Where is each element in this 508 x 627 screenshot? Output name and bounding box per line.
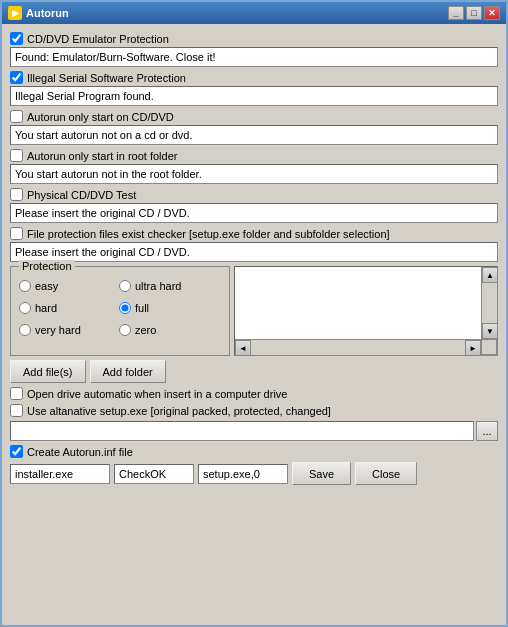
illegal-serial-label: Illegal Serial Software Protection xyxy=(27,72,186,84)
file-protection-checkbox[interactable] xyxy=(10,227,23,240)
open-drive-label: Open drive automatic when insert in a co… xyxy=(27,388,287,400)
protection-group: Protection easy ultra hard hard xyxy=(10,266,230,356)
radio-hard-label: hard xyxy=(35,302,57,314)
close-button[interactable]: Close xyxy=(355,462,417,485)
titlebar-buttons: _ □ ✕ xyxy=(448,6,500,20)
protection-grid: easy ultra hard hard full xyxy=(19,275,221,341)
add-buttons-row: Add file(s) Add folder xyxy=(10,360,498,383)
illegal-serial-section: Illegal Serial Software Protection xyxy=(10,71,498,106)
autorun-cd-section: Autorun only start on CD/DVD xyxy=(10,110,498,145)
physical-cd-checkbox[interactable] xyxy=(10,188,23,201)
radio-easy-input[interactable] xyxy=(19,280,31,292)
illegal-serial-text-field[interactable] xyxy=(10,86,498,106)
file-protection-checkbox-row: File protection files exist checker [set… xyxy=(10,227,498,240)
create-autorun-row: Create Autorun.inf file xyxy=(10,445,498,458)
content-area: CD/DVD Emulator Protection Illegal Seria… xyxy=(2,24,506,625)
window-icon: ▶ xyxy=(8,6,22,20)
main-window: ▶ Autorun _ □ ✕ CD/DVD Emulator Protecti… xyxy=(0,0,508,627)
add-folder-button[interactable]: Add folder xyxy=(90,360,166,383)
scroll-down-button[interactable]: ▼ xyxy=(482,323,498,339)
file-list-area: ▲ ▼ ◄ ► xyxy=(234,266,498,356)
autorun-cd-checkbox[interactable] xyxy=(10,110,23,123)
browse-button[interactable]: ... xyxy=(476,421,498,441)
bottom-field1[interactable] xyxy=(10,464,110,484)
autorun-root-text-field[interactable] xyxy=(10,164,498,184)
radio-full: full xyxy=(119,297,219,319)
save-button[interactable]: Save xyxy=(292,462,351,485)
radio-zero-input[interactable] xyxy=(119,324,131,336)
file-protection-label: File protection files exist checker [set… xyxy=(27,228,390,240)
scroll-corner xyxy=(481,339,497,355)
file-protection-section: File protection files exist checker [set… xyxy=(10,227,498,262)
autorun-root-checkbox-row: Autorun only start in root folder xyxy=(10,149,498,162)
create-autorun-checkbox[interactable] xyxy=(10,445,23,458)
scroll-track-v[interactable] xyxy=(482,283,497,323)
alternative-setup-label: Use altanative setup.exe [original packe… xyxy=(27,405,331,417)
emulator-checkbox[interactable] xyxy=(10,32,23,45)
restore-button[interactable]: □ xyxy=(466,6,482,20)
titlebar: ▶ Autorun _ □ ✕ xyxy=(2,2,506,24)
radio-ultra-hard-label: ultra hard xyxy=(135,280,181,292)
alternative-path-field[interactable] xyxy=(10,421,474,441)
illegal-serial-checkbox-row: Illegal Serial Software Protection xyxy=(10,71,498,84)
radio-very-hard-input[interactable] xyxy=(19,324,31,336)
radio-easy-label: easy xyxy=(35,280,58,292)
horizontal-scrollbar[interactable]: ◄ ► xyxy=(235,339,481,355)
open-drive-row: Open drive automatic when insert in a co… xyxy=(10,387,498,400)
radio-full-input[interactable] xyxy=(119,302,131,314)
emulator-text-field[interactable] xyxy=(10,47,498,67)
autorun-root-label: Autorun only start in root folder xyxy=(27,150,177,162)
radio-hard-input[interactable] xyxy=(19,302,31,314)
window-title: Autorun xyxy=(26,7,448,19)
bottom-field3[interactable] xyxy=(198,464,288,484)
autorun-cd-text-field[interactable] xyxy=(10,125,498,145)
emulator-label: CD/DVD Emulator Protection xyxy=(27,33,169,45)
add-files-button[interactable]: Add file(s) xyxy=(10,360,86,383)
emulator-checkbox-row: CD/DVD Emulator Protection xyxy=(10,32,498,45)
radio-hard: hard xyxy=(19,297,119,319)
alternative-path-section: ... xyxy=(10,421,498,441)
autorun-root-section: Autorun only start in root folder xyxy=(10,149,498,184)
close-window-button[interactable]: ✕ xyxy=(484,6,500,20)
radio-full-label: full xyxy=(135,302,149,314)
alternative-setup-checkbox[interactable] xyxy=(10,404,23,417)
radio-ultra-hard-input[interactable] xyxy=(119,280,131,292)
radio-ultra-hard: ultra hard xyxy=(119,275,219,297)
scroll-right-button[interactable]: ► xyxy=(465,340,481,356)
autorun-cd-checkbox-row: Autorun only start on CD/DVD xyxy=(10,110,498,123)
scroll-up-button[interactable]: ▲ xyxy=(482,267,498,283)
autorun-root-checkbox[interactable] xyxy=(10,149,23,162)
physical-cd-section: Physical CD/DVD Test xyxy=(10,188,498,223)
physical-cd-label: Physical CD/DVD Test xyxy=(27,189,136,201)
file-protection-text-field[interactable] xyxy=(10,242,498,262)
illegal-serial-checkbox[interactable] xyxy=(10,71,23,84)
scroll-track-h[interactable] xyxy=(251,340,465,355)
alternative-setup-row: Use altanative setup.exe [original packe… xyxy=(10,404,498,417)
autorun-cd-label: Autorun only start on CD/DVD xyxy=(27,111,174,123)
vertical-scrollbar[interactable]: ▲ ▼ xyxy=(481,267,497,339)
radio-zero: zero xyxy=(119,319,219,341)
bottom-field2[interactable] xyxy=(114,464,194,484)
radio-zero-label: zero xyxy=(135,324,156,336)
radio-very-hard: very hard xyxy=(19,319,119,341)
create-autorun-label: Create Autorun.inf file xyxy=(27,446,133,458)
radio-easy: easy xyxy=(19,275,119,297)
open-drive-checkbox[interactable] xyxy=(10,387,23,400)
protection-legend: Protection xyxy=(19,260,75,272)
scroll-left-button[interactable]: ◄ xyxy=(235,340,251,356)
minimize-button[interactable]: _ xyxy=(448,6,464,20)
radio-very-hard-label: very hard xyxy=(35,324,81,336)
physical-cd-checkbox-row: Physical CD/DVD Test xyxy=(10,188,498,201)
physical-cd-text-field[interactable] xyxy=(10,203,498,223)
protection-section: Protection easy ultra hard hard xyxy=(10,266,498,356)
bottom-inputs-row: Save Close xyxy=(10,462,498,485)
emulator-section: CD/DVD Emulator Protection xyxy=(10,32,498,67)
